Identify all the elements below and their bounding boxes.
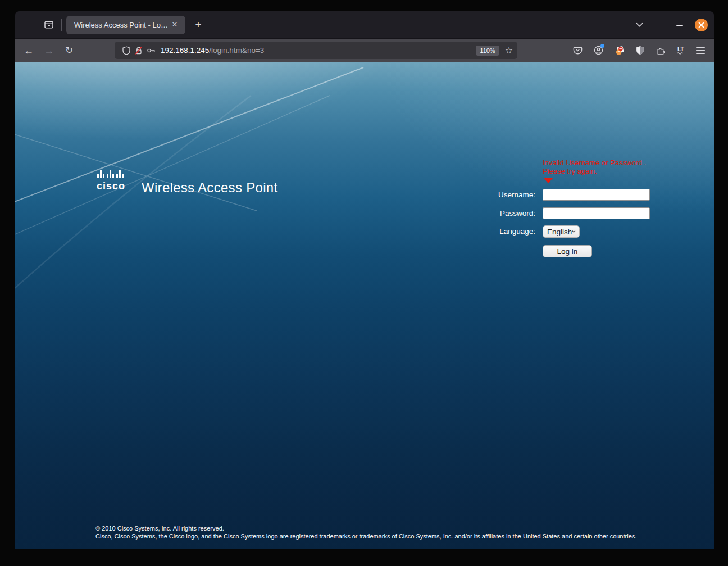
tab-wireless-access-point[interactable]: Wireless Access Point - Login ✕ <box>66 16 185 34</box>
language-select[interactable]: English <box>543 225 580 238</box>
navigation-toolbar: ← → ↻ <box>15 38 714 62</box>
url-bar[interactable]: 192.168.1.245/login.htm&no=3 110% ☆ <box>115 42 517 59</box>
cisco-bridge-bars <box>97 170 124 178</box>
shield-extension-icon[interactable] <box>635 46 645 55</box>
cisco-logo: cisco <box>96 168 132 193</box>
cisco-wordmark: cisco <box>97 180 125 192</box>
language-label: Language: <box>445 225 535 238</box>
error-arrow-icon <box>543 178 553 183</box>
browser-window: Wireless Access Point - Login ✕ + ← <box>15 11 714 549</box>
error-line-2: Please try again. <box>543 167 646 175</box>
tab-bar: Wireless Access Point - Login ✕ + <box>15 11 714 38</box>
page-footer: © 2010 Cisco Systems, Inc. All rights re… <box>95 525 636 540</box>
zoom-level-indicator[interactable]: 110% <box>476 46 499 56</box>
page-title: Wireless Access Point <box>142 180 277 196</box>
error-message: Invalid Username or Password . Please tr… <box>543 159 646 175</box>
footer-copyright: © 2010 Cisco Systems, Inc. All rights re… <box>95 525 636 533</box>
username-field[interactable] <box>543 189 650 201</box>
menu-hamburger-icon[interactable] <box>696 47 705 53</box>
error-line-1: Invalid Username or Password . <box>543 159 646 167</box>
forward-button[interactable]: → <box>40 42 57 59</box>
languagetool-extension-icon[interactable]: LT <box>677 47 685 55</box>
password-label: Password: <box>445 207 535 220</box>
url-path: /login.htm&no=3 <box>209 46 264 55</box>
tab-list-chevron-button[interactable] <box>631 16 648 33</box>
password-field[interactable] <box>543 207 650 219</box>
languagetool-label: LT <box>677 47 684 52</box>
firefox-view-button[interactable] <box>40 16 58 34</box>
url-text: 192.168.1.245/login.htm&no=3 <box>161 46 476 55</box>
tracking-protection-shield-icon[interactable] <box>120 44 133 57</box>
new-tab-button[interactable]: + <box>190 16 207 33</box>
minimize-button[interactable] <box>671 16 688 33</box>
firefox-view-icon <box>44 20 54 30</box>
language-select-value: English <box>547 228 572 236</box>
account-notification-dot <box>600 44 604 48</box>
reload-button[interactable]: ↻ <box>61 42 78 59</box>
bookmark-star-icon[interactable]: ☆ <box>505 45 513 56</box>
footer-trademark: Cisco, Cisco Systems, the Cisco logo, an… <box>95 533 636 541</box>
close-icon <box>698 22 704 28</box>
adblocker-extension-icon[interactable] <box>615 46 624 55</box>
username-label: Username: <box>445 189 535 201</box>
back-button[interactable]: ← <box>20 42 37 59</box>
select-chevron-icon <box>572 230 576 233</box>
url-host: 192.168.1.245 <box>161 46 209 55</box>
key-icon[interactable] <box>145 44 157 57</box>
chevron-down-icon <box>636 22 643 27</box>
account-icon[interactable] <box>594 46 603 55</box>
page-content: cisco Wireless Access Point Invalid User… <box>15 62 714 549</box>
tab-title: Wireless Access Point - Login <box>74 21 169 29</box>
login-button[interactable]: Log in <box>543 245 592 257</box>
pocket-icon[interactable] <box>573 46 583 55</box>
extensions-puzzle-icon[interactable] <box>656 46 666 55</box>
minimize-icon <box>676 25 683 26</box>
tab-close-icon[interactable]: ✕ <box>169 19 181 31</box>
tab-separator <box>61 19 62 31</box>
desktop-background: Wireless Access Point - Login ✕ + ← <box>0 0 728 566</box>
close-window-button[interactable] <box>695 19 708 31</box>
insecure-lock-icon[interactable] <box>133 44 145 57</box>
background-streaks <box>15 62 714 549</box>
toolbar-icon-group: LT <box>573 46 714 55</box>
